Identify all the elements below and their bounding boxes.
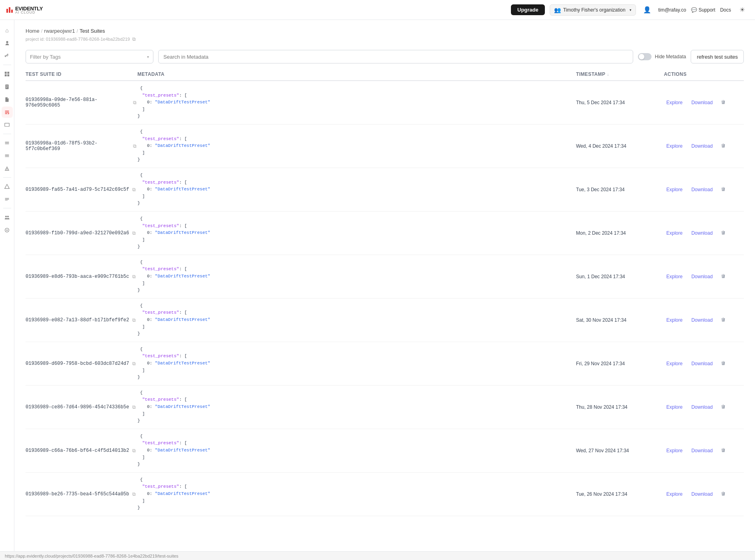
cell-actions-0: Explore Download xyxy=(664,98,744,107)
cell-timestamp-3: Mon, 2 Dec 2024 17:34 xyxy=(576,230,664,236)
sidebar-item-list-3[interactable] xyxy=(2,194,13,205)
breadcrumb-project[interactable]: rwarpeojwxr1 xyxy=(44,28,75,34)
download-button-8[interactable]: Download xyxy=(689,446,715,455)
table-row: 01936989-ce86-7d64-9896-454c74336b5e ⧉ {… xyxy=(26,386,744,429)
delete-button-0[interactable] xyxy=(719,98,727,107)
sidebar-item-test-suites[interactable] xyxy=(2,107,13,118)
delete-button-7[interactable] xyxy=(719,402,727,412)
copy-id-button-0[interactable]: ⧉ xyxy=(132,99,137,106)
table-row: 01936989-fa65-7a41-ad79-5c7142c69c5f ⧉ {… xyxy=(26,168,744,212)
delete-button-8[interactable] xyxy=(719,446,727,455)
sidebar-item-explore-circle[interactable] xyxy=(2,224,13,235)
sidebar-item-key[interactable] xyxy=(2,50,13,61)
cell-actions-2: Explore Download xyxy=(664,185,744,194)
breadcrumb-home[interactable]: Home xyxy=(26,28,40,34)
project-id-row: project id: 01936988-ead8-7786-8268-1e4b… xyxy=(26,36,744,42)
theme-toggle-btn[interactable]: ☀ xyxy=(736,4,749,16)
breadcrumb: Home / rwarpeojwxr1 / Test Suites xyxy=(26,28,744,34)
copy-id-button-6[interactable]: ⧉ xyxy=(131,360,137,367)
delete-button-9[interactable] xyxy=(719,489,727,499)
cell-metadata-2: {"test_presets": [0: "DataDriftTestPrese… xyxy=(137,172,576,207)
delete-button-5[interactable] xyxy=(719,315,727,325)
test-suites-table: Test Suite ID Metadata Timestamp ↓ Actio… xyxy=(26,71,744,516)
table-row: 01936989-be26-7735-bea4-5f65c544a05b ⧉ {… xyxy=(26,473,744,516)
delete-button-6[interactable] xyxy=(719,359,727,368)
org-selector[interactable]: 👥 Timothy Fisher's organization ▾ xyxy=(550,4,636,16)
account-icon-btn[interactable]: 👤 xyxy=(641,4,654,16)
filter-by-tags-select[interactable]: Filter by Tags ▾ xyxy=(26,50,153,63)
docs-link[interactable]: Docs xyxy=(720,7,731,13)
explore-button-8[interactable]: Explore xyxy=(664,446,685,455)
cell-actions-9: Explore Download xyxy=(664,489,744,499)
cell-timestamp-0: Thu, 5 Dec 2024 17:34 xyxy=(576,100,664,105)
copy-project-id-button[interactable]: ⧉ xyxy=(132,36,136,42)
org-label: Timothy Fisher's organization xyxy=(563,7,626,13)
explore-button-6[interactable]: Explore xyxy=(664,359,685,368)
filter-chevron-icon: ▾ xyxy=(147,55,149,59)
copy-id-button-4[interactable]: ⧉ xyxy=(131,273,137,280)
copy-id-button-1[interactable]: ⧉ xyxy=(132,142,137,150)
copy-id-button-8[interactable]: ⧉ xyxy=(131,447,137,454)
explore-button-1[interactable]: Explore xyxy=(664,142,685,150)
table-row: 01936989-e082-7a13-88df-b171bfef9fe2 ⧉ {… xyxy=(26,299,744,342)
delete-button-1[interactable] xyxy=(719,141,727,151)
explore-button-9[interactable]: Explore xyxy=(664,490,685,499)
suite-id-text: 01936989-ce86-7d64-9896-454c74336b5e xyxy=(26,404,129,410)
copy-id-button-2[interactable]: ⧉ xyxy=(131,186,137,193)
hide-metadata-switch[interactable] xyxy=(638,53,652,60)
explore-button-7[interactable]: Explore xyxy=(664,403,685,412)
cell-metadata-1: {"test_presets": [0: "DataDriftTestPrese… xyxy=(137,129,576,164)
upgrade-button[interactable]: Upgrade xyxy=(511,4,545,15)
sidebar-item-file[interactable] xyxy=(2,94,13,105)
download-button-4[interactable]: Download xyxy=(689,272,715,281)
download-button-3[interactable]: Download xyxy=(689,229,715,237)
delete-button-2[interactable] xyxy=(719,185,727,194)
explore-button-0[interactable]: Explore xyxy=(664,98,685,107)
cell-metadata-8: {"test_presets": [0: "DataDriftTestPrese… xyxy=(137,433,576,468)
explore-button-3[interactable]: Explore xyxy=(664,229,685,237)
cell-id-6: 01936989-d609-7958-bcbd-603dc87d24d7 ⧉ xyxy=(26,360,137,367)
sidebar-item-list-2[interactable] xyxy=(2,150,13,161)
cell-metadata-5: {"test_presets": [0: "DataDriftTestPrese… xyxy=(137,303,576,338)
sidebar-item-users[interactable] xyxy=(2,38,13,49)
explore-button-2[interactable]: Explore xyxy=(664,185,685,194)
copy-id-button-5[interactable]: ⧉ xyxy=(131,317,137,324)
support-link[interactable]: 💬 Support xyxy=(691,7,715,13)
refresh-test-suites-button[interactable]: refresh test suites xyxy=(691,50,744,63)
download-button-1[interactable]: Download xyxy=(689,142,715,150)
filter-placeholder: Filter by Tags xyxy=(30,54,61,60)
search-metadata-input[interactable] xyxy=(158,50,633,63)
sidebar-item-alert-1[interactable] xyxy=(2,163,13,174)
cell-id-3: 01936989-f1b0-799d-a9ed-321270e092a6 ⧉ xyxy=(26,230,137,237)
breadcrumb-sep-1: / xyxy=(41,28,43,34)
download-button-5[interactable]: Download xyxy=(689,316,715,325)
delete-button-3[interactable] xyxy=(719,228,727,238)
hide-metadata-toggle-group: Hide Metadata xyxy=(638,53,686,60)
sidebar-item-alert-2[interactable] xyxy=(2,181,13,192)
cell-timestamp-9: Tue, 26 Nov 2024 17:34 xyxy=(576,491,664,497)
explore-button-5[interactable]: Explore xyxy=(664,316,685,325)
sidebar-item-monitor[interactable] xyxy=(2,119,13,131)
timestamp-sort-icon: ↓ xyxy=(607,72,609,77)
sidebar-item-team[interactable] xyxy=(2,212,13,223)
sidebar-item-grid[interactable] xyxy=(2,68,13,79)
sidebar-item-list-1[interactable] xyxy=(2,137,13,148)
copy-id-button-3[interactable]: ⧉ xyxy=(131,230,137,237)
explore-button-4[interactable]: Explore xyxy=(664,272,685,281)
copy-id-button-9[interactable]: ⧉ xyxy=(131,491,137,498)
download-button-7[interactable]: Download xyxy=(689,403,715,412)
download-button-6[interactable]: Download xyxy=(689,359,715,368)
delete-button-4[interactable] xyxy=(719,272,727,281)
table-row: 01936998a-09de-7e56-881a-976e959c6065 ⧉ … xyxy=(26,81,744,125)
sidebar-item-reports[interactable] xyxy=(2,81,13,92)
sidebar-item-home[interactable]: ⌂ xyxy=(2,25,13,36)
download-button-9[interactable]: Download xyxy=(689,490,715,499)
col-header-id: Test Suite ID xyxy=(26,71,137,77)
download-button-2[interactable]: Download xyxy=(689,185,715,194)
cell-timestamp-6: Fri, 29 Nov 2024 17:34 xyxy=(576,361,664,366)
copy-id-button-7[interactable]: ⧉ xyxy=(131,404,137,411)
col-header-timestamp[interactable]: Timestamp ↓ xyxy=(576,71,664,77)
breadcrumb-current: Test Suites xyxy=(79,28,105,34)
download-button-0[interactable]: Download xyxy=(689,98,715,107)
col-header-metadata: Metadata xyxy=(137,71,576,77)
